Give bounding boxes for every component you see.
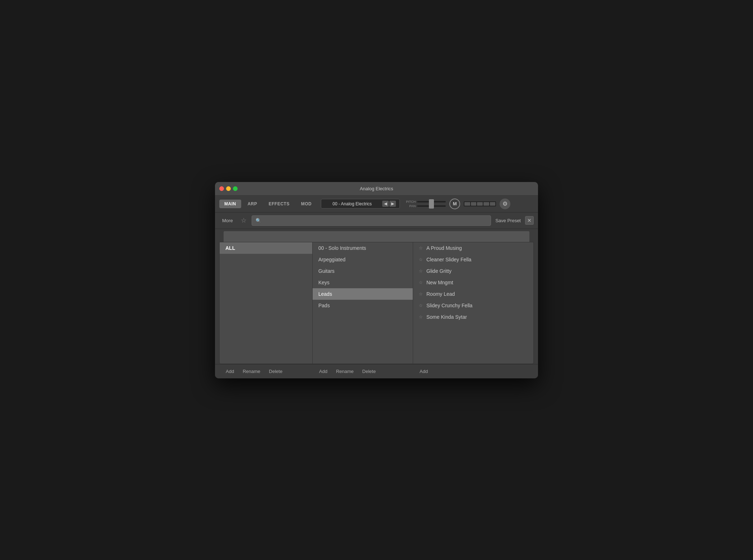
preset-label-sytar: Some Kinda Sytar (426, 314, 467, 320)
tab-effects[interactable]: EFFECTS (264, 200, 295, 208)
preset-item-proud[interactable]: ☆ A Proud Musing (413, 242, 533, 254)
pan-slider-track[interactable] (417, 205, 446, 207)
preset-star-sytar[interactable]: ☆ (419, 314, 423, 319)
traffic-lights (219, 186, 238, 191)
pitch-row: PITCH (406, 200, 446, 204)
presets-action-group: Add (413, 367, 534, 375)
category-keys-label: Keys (318, 280, 329, 285)
m-button[interactable]: M (449, 199, 460, 209)
preset-selector: 00 - Analog Electrics ◀ ▶ (321, 199, 400, 209)
category-item-guitars[interactable]: Guitars (313, 265, 413, 277)
pan-label: PAN (406, 204, 416, 208)
banks-column: ALL (219, 242, 313, 364)
category-solo-label: 00 - Solo Instruments (318, 245, 366, 251)
star-icon: ☆ (241, 217, 247, 224)
preset-label-glide: Glide Gritty (426, 268, 452, 274)
pitch-label: PITCH (406, 200, 416, 204)
category-item-solo[interactable]: 00 - Solo Instruments (313, 242, 413, 254)
pitch-slider-track[interactable] (417, 201, 446, 202)
tab-mod[interactable]: MOD (296, 200, 317, 208)
banks-delete-button[interactable]: Delete (268, 367, 283, 375)
pitch-pan-controls: PITCH PAN (406, 200, 446, 208)
pan-slider-thumb[interactable] (429, 204, 434, 209)
minimize-traffic-light[interactable] (226, 186, 231, 191)
search-icon: 🔍 (256, 218, 261, 223)
favorites-button[interactable]: ☆ (240, 216, 247, 225)
category-pads-label: Pads (318, 303, 330, 308)
meter-seg-1 (464, 202, 470, 206)
tab-arp[interactable]: ARP (243, 200, 262, 208)
nav-bar: MAIN ARP EFFECTS MOD 00 - Analog Electri… (215, 196, 538, 213)
preset-item-glide[interactable]: ☆ Glide Gritty (413, 265, 533, 277)
preset-prev[interactable]: ◀ (382, 201, 389, 207)
category-item-arpeggiated[interactable]: Arpeggiated (313, 254, 413, 265)
more-button[interactable]: More (219, 216, 236, 225)
gear-icon: ⚙ (502, 200, 508, 207)
search-input[interactable] (264, 218, 487, 223)
cats-delete-button[interactable]: Delete (361, 367, 376, 375)
gear-button[interactable]: ⚙ (500, 199, 510, 209)
preset-item-new[interactable]: ☆ New Mngmt (413, 277, 533, 288)
preset-star-slidey[interactable]: ☆ (419, 303, 423, 308)
tab-main[interactable]: MAIN (219, 200, 241, 208)
grey-band-wrapper (215, 229, 538, 242)
browser-columns: ALL 00 - Solo Instruments Arpeggiated Gu… (219, 242, 534, 364)
preset-star-cleaner[interactable]: ☆ (419, 257, 423, 262)
level-meter (464, 201, 496, 206)
categories-action-group: Add Rename Delete (313, 367, 413, 375)
category-item-pads[interactable]: Pads (313, 300, 413, 311)
preset-item-roomy[interactable]: ☆ Roomy Lead (413, 288, 533, 300)
cats-rename-button[interactable]: Rename (335, 367, 354, 375)
close-button[interactable]: ✕ (525, 216, 534, 225)
action-bar: Add Rename Delete Add Rename Delete Add (215, 364, 538, 378)
pan-row: PAN (406, 204, 446, 208)
preset-item-slidey[interactable]: ☆ Slidey Crunchy Fella (413, 300, 533, 311)
preset-item-cleaner[interactable]: ☆ Cleaner Slidey Fella (413, 254, 533, 265)
preset-next[interactable]: ▶ (389, 201, 396, 207)
categories-column: 00 - Solo Instruments Arpeggiated Guitar… (313, 242, 413, 364)
bank-all-label: ALL (225, 245, 235, 251)
category-arpeggiated-label: Arpeggiated (318, 257, 346, 262)
meter-seg-5 (490, 202, 496, 206)
maximize-traffic-light[interactable] (233, 186, 238, 191)
save-preset-button[interactable]: Save Preset (495, 218, 521, 223)
category-guitars-label: Guitars (318, 268, 335, 274)
preset-star-glide[interactable]: ☆ (419, 269, 423, 274)
preset-star-proud[interactable]: ☆ (419, 246, 423, 251)
preset-star-new[interactable]: ☆ (419, 280, 423, 285)
category-item-leads[interactable]: Leads (313, 288, 413, 300)
close-icon: ✕ (527, 218, 532, 223)
meter-seg-2 (471, 202, 477, 206)
main-window: Analog Electrics MAIN ARP EFFECTS MOD 00… (215, 182, 538, 378)
browser-bar: More ☆ 🔍 Save Preset ✕ (215, 213, 538, 229)
close-traffic-light[interactable] (219, 186, 224, 191)
grey-band (224, 231, 529, 242)
category-leads-label: Leads (318, 291, 332, 297)
title-bar: Analog Electrics (215, 182, 538, 196)
preset-name: 00 - Analog Electrics (325, 201, 379, 206)
preset-label-roomy: Roomy Lead (426, 291, 455, 297)
banks-add-button[interactable]: Add (225, 367, 235, 375)
preset-star-roomy[interactable]: ☆ (419, 291, 423, 297)
search-box: 🔍 (252, 215, 491, 226)
preset-arrows: ◀ ▶ (382, 201, 396, 207)
cats-add-button[interactable]: Add (318, 367, 328, 375)
preset-item-sytar[interactable]: ☆ Some Kinda Sytar (413, 311, 533, 323)
presets-column: ☆ A Proud Musing ☆ Cleaner Slidey Fella … (413, 242, 534, 364)
preset-label-slidey: Slidey Crunchy Fella (426, 303, 472, 308)
bank-item-all[interactable]: ALL (220, 242, 312, 254)
window-title: Analog Electrics (360, 186, 393, 191)
meter-seg-3 (477, 202, 483, 206)
banks-action-group: Add Rename Delete (219, 367, 313, 375)
preset-label-cleaner: Cleaner Slidey Fella (426, 257, 471, 262)
presets-add-button[interactable]: Add (419, 367, 429, 375)
preset-label-new: New Mngmt (426, 280, 453, 285)
meter-seg-4 (483, 202, 489, 206)
preset-label-proud: A Proud Musing (426, 245, 462, 251)
banks-rename-button[interactable]: Rename (242, 367, 261, 375)
category-item-keys[interactable]: Keys (313, 277, 413, 288)
